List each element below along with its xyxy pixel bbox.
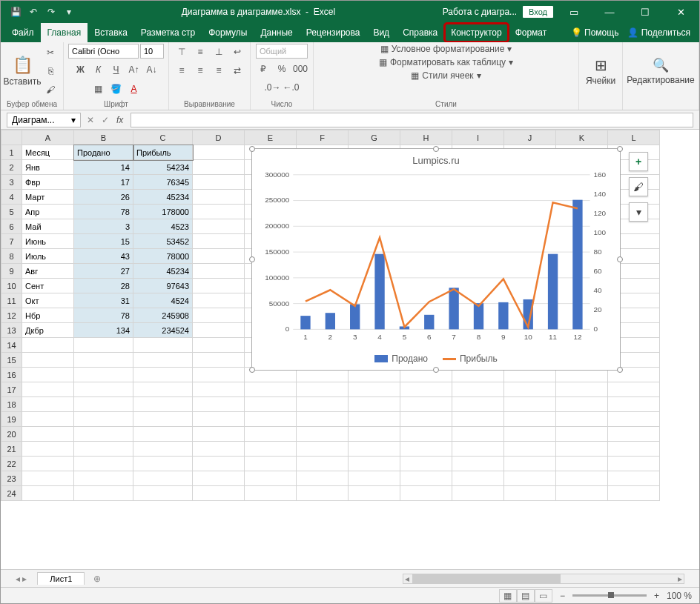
page-break-button[interactable]: ▭ (535, 589, 552, 603)
underline-button[interactable]: Ч (108, 62, 125, 78)
cells-button[interactable]: ⊞Ячейки (584, 56, 618, 86)
align-mid-icon[interactable]: ≡ (192, 44, 208, 60)
sheet-nav[interactable]: ◂ ▸ (16, 574, 27, 584)
cell-styles-icon: ▦ (411, 70, 419, 81)
tab-formulas[interactable]: Формулы (202, 23, 254, 42)
formula-bar[interactable] (131, 113, 693, 127)
chart-styles-button[interactable]: 🖌 (629, 177, 648, 196)
chart-object[interactable]: Lumpics.ru 05000010000015000020000025000… (251, 148, 621, 371)
grow-font-icon[interactable]: A↑ (126, 62, 142, 78)
tab-insert[interactable]: Вставка (88, 23, 134, 42)
maximize-button[interactable]: ☐ (630, 1, 660, 22)
font-size-combo[interactable]: 10 (140, 44, 164, 59)
dec-decimal-icon[interactable]: ←.0 (283, 79, 300, 96)
tell-me[interactable]: 💡 Помощь (571, 27, 619, 38)
shrink-font-icon[interactable]: A↓ (144, 62, 160, 78)
tab-page-layout[interactable]: Разметка стр (134, 23, 202, 42)
redo-icon[interactable]: ↷ (46, 7, 56, 17)
normal-view-button[interactable]: ▦ (499, 589, 517, 603)
currency-icon[interactable]: ₽ (255, 61, 271, 77)
inc-decimal-icon[interactable]: .0→ (265, 79, 281, 96)
page-layout-button[interactable]: ▤ (517, 589, 535, 603)
svg-text:7: 7 (452, 333, 456, 341)
camera-icon[interactable]: ▾ (64, 7, 74, 17)
align-center-icon[interactable]: ≡ (192, 62, 208, 79)
tab-help[interactable]: Справка (396, 23, 444, 42)
svg-text:120: 120 (594, 209, 607, 217)
cancel-icon[interactable]: ✕ (87, 115, 94, 125)
svg-text:1: 1 (303, 333, 308, 341)
svg-rect-25 (350, 304, 360, 329)
zoom-in-button[interactable]: + (654, 591, 659, 601)
font-name-combo[interactable]: Calibri (Осно (68, 44, 139, 59)
tab-format[interactable]: Формат (509, 23, 554, 42)
worksheet-grid[interactable]: ABCDEFGHIJKL1МесяцПроданоПрибыль2Янв1454… (1, 130, 699, 569)
zoom-level[interactable]: 100 % (667, 591, 692, 601)
group-number: Общий ₽%000 .0→←.0 Число (251, 42, 314, 110)
format-painter-icon[interactable]: 🖌 (42, 82, 59, 98)
svg-rect-24 (326, 313, 335, 329)
chart-plot-area[interactable]: 0500001000001500002000002500003000000204… (252, 149, 620, 370)
group-alignment: ⊤≡⊥↩ ≡≡≡⇄ Выравнивание (169, 42, 251, 110)
align-left-icon[interactable]: ≡ (174, 62, 190, 79)
cut-icon[interactable]: ✂ (42, 44, 59, 61)
ribbon: 📋 Вставить ✂ ⎘ 🖌 Буфер обмена Calibri (О… (1, 42, 699, 110)
paste-button[interactable]: 📋 Вставить (5, 56, 39, 87)
name-box[interactable]: Диаграм...▾ (7, 113, 81, 127)
title-bar: 💾 ↶ ↷ ▾ Диаграмма в диаграмме.xlsx - Exc… (1, 1, 699, 23)
format-as-table-button[interactable]: ▦Форматировать как таблицу ▾ (379, 57, 513, 67)
zoom-slider[interactable] (572, 594, 647, 597)
italic-button[interactable]: К (90, 62, 107, 78)
cell-styles-button[interactable]: ▦Стили ячеек ▾ (411, 70, 481, 81)
tab-chart-design[interactable]: Конструктор (444, 23, 508, 42)
horizontal-scrollbar[interactable]: ◂▸ (403, 574, 684, 584)
chart-legend[interactable]: Продано Прибыль (252, 354, 620, 364)
comma-icon[interactable]: 000 (292, 61, 308, 77)
context-label: Работа с диагра... (443, 7, 517, 17)
share-button[interactable]: 👤 Поделиться (627, 27, 690, 38)
number-format-combo[interactable]: Общий (256, 44, 308, 59)
ribbon-options-icon[interactable]: ▭ (559, 1, 589, 22)
enter-icon[interactable]: ✓ (102, 115, 109, 125)
copy-icon[interactable]: ⎘ (42, 63, 59, 79)
chart-side-buttons: + 🖌 ▾ (629, 152, 648, 222)
chart-elements-button[interactable]: + (629, 152, 648, 171)
zoom-out-button[interactable]: − (560, 591, 565, 601)
wrap-icon[interactable]: ↩ (229, 44, 245, 60)
ribbon-tabs: Файл Главная Вставка Разметка стр Формул… (1, 23, 699, 42)
editing-button[interactable]: 🔍Редактирование (627, 57, 694, 85)
align-top-icon[interactable]: ⊤ (174, 44, 190, 60)
table-icon: ▦ (379, 57, 387, 67)
tab-file[interactable]: Файл (5, 23, 41, 42)
new-sheet-button[interactable]: ⊕ (88, 574, 107, 584)
merge-icon[interactable]: ⇄ (229, 62, 245, 79)
conditional-formatting-button[interactable]: ▦Условное форматирование ▾ (380, 44, 512, 54)
sheet-tab[interactable]: Лист1 (37, 572, 85, 585)
signin-button[interactable]: Вход (523, 6, 553, 18)
minimize-button[interactable]: — (595, 1, 624, 22)
fx-icon[interactable]: fx (116, 115, 123, 125)
borders-icon[interactable]: ▦ (90, 81, 107, 97)
tab-data[interactable]: Данные (254, 23, 299, 42)
clipboard-icon: 📋 (13, 56, 33, 75)
save-icon[interactable]: 💾 (10, 7, 21, 17)
svg-text:6: 6 (427, 333, 432, 341)
bold-button[interactable]: Ж (73, 62, 89, 78)
tab-home[interactable]: Главная (41, 23, 88, 42)
chart-filters-button[interactable]: ▾ (629, 202, 648, 222)
svg-text:10: 10 (524, 333, 533, 341)
svg-rect-26 (374, 254, 384, 330)
font-color-icon[interactable]: А (126, 81, 142, 97)
align-right-icon[interactable]: ≡ (211, 62, 227, 79)
tab-review[interactable]: Рецензирова (300, 23, 367, 42)
close-button[interactable]: ✕ (666, 1, 696, 22)
percent-icon[interactable]: % (274, 61, 290, 77)
align-bot-icon[interactable]: ⊥ (211, 44, 227, 60)
svg-text:3: 3 (353, 333, 357, 341)
svg-text:5: 5 (403, 333, 407, 341)
undo-icon[interactable]: ↶ (28, 7, 39, 17)
tab-view[interactable]: Вид (366, 23, 396, 42)
sheet-tab-bar: ◂ ▸ Лист1 ⊕ ◂▸ (1, 569, 699, 587)
fill-color-icon[interactable]: 🪣 (108, 81, 125, 97)
group-styles: ▦Условное форматирование ▾ ▦Форматироват… (314, 42, 579, 110)
